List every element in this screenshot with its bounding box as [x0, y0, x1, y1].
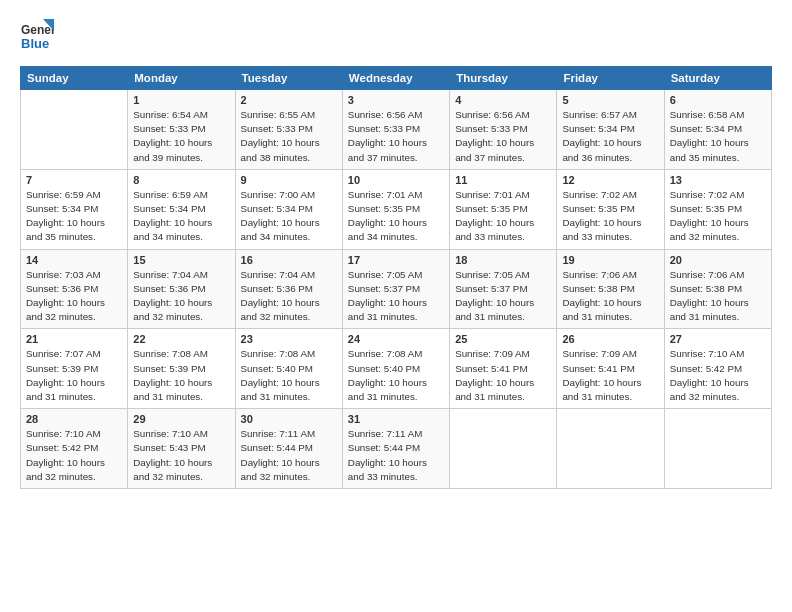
day-number: 25 [455, 333, 551, 345]
calendar-table: SundayMondayTuesdayWednesdayThursdayFrid… [20, 66, 772, 489]
col-header-tuesday: Tuesday [235, 67, 342, 90]
calendar-cell: 17Sunrise: 7:05 AM Sunset: 5:37 PM Dayli… [342, 249, 449, 329]
calendar-cell: 7Sunrise: 6:59 AM Sunset: 5:34 PM Daylig… [21, 169, 128, 249]
day-number: 28 [26, 413, 122, 425]
day-number: 21 [26, 333, 122, 345]
day-info: Sunrise: 6:59 AM Sunset: 5:34 PM Dayligh… [133, 188, 229, 245]
calendar-cell: 25Sunrise: 7:09 AM Sunset: 5:41 PM Dayli… [450, 329, 557, 409]
week-row-1: 1Sunrise: 6:54 AM Sunset: 5:33 PM Daylig… [21, 90, 772, 170]
day-info: Sunrise: 6:59 AM Sunset: 5:34 PM Dayligh… [26, 188, 122, 245]
day-number: 9 [241, 174, 337, 186]
day-info: Sunrise: 6:55 AM Sunset: 5:33 PM Dayligh… [241, 108, 337, 165]
col-header-monday: Monday [128, 67, 235, 90]
calendar-cell [557, 409, 664, 489]
week-row-2: 7Sunrise: 6:59 AM Sunset: 5:34 PM Daylig… [21, 169, 772, 249]
day-number: 31 [348, 413, 444, 425]
day-number: 15 [133, 254, 229, 266]
calendar-cell: 10Sunrise: 7:01 AM Sunset: 5:35 PM Dayli… [342, 169, 449, 249]
day-info: Sunrise: 7:10 AM Sunset: 5:42 PM Dayligh… [670, 347, 766, 404]
calendar-cell: 12Sunrise: 7:02 AM Sunset: 5:35 PM Dayli… [557, 169, 664, 249]
calendar-cell: 16Sunrise: 7:04 AM Sunset: 5:36 PM Dayli… [235, 249, 342, 329]
day-number: 12 [562, 174, 658, 186]
day-number: 29 [133, 413, 229, 425]
day-number: 10 [348, 174, 444, 186]
day-number: 18 [455, 254, 551, 266]
day-info: Sunrise: 7:08 AM Sunset: 5:40 PM Dayligh… [241, 347, 337, 404]
calendar-cell: 31Sunrise: 7:11 AM Sunset: 5:44 PM Dayli… [342, 409, 449, 489]
day-number: 5 [562, 94, 658, 106]
calendar-cell: 20Sunrise: 7:06 AM Sunset: 5:38 PM Dayli… [664, 249, 771, 329]
day-info: Sunrise: 7:10 AM Sunset: 5:42 PM Dayligh… [26, 427, 122, 484]
day-info: Sunrise: 6:57 AM Sunset: 5:34 PM Dayligh… [562, 108, 658, 165]
col-header-sunday: Sunday [21, 67, 128, 90]
day-number: 3 [348, 94, 444, 106]
day-info: Sunrise: 7:08 AM Sunset: 5:39 PM Dayligh… [133, 347, 229, 404]
day-number: 2 [241, 94, 337, 106]
day-info: Sunrise: 7:11 AM Sunset: 5:44 PM Dayligh… [241, 427, 337, 484]
calendar-cell: 23Sunrise: 7:08 AM Sunset: 5:40 PM Dayli… [235, 329, 342, 409]
day-number: 11 [455, 174, 551, 186]
col-header-friday: Friday [557, 67, 664, 90]
calendar-cell: 21Sunrise: 7:07 AM Sunset: 5:39 PM Dayli… [21, 329, 128, 409]
day-info: Sunrise: 7:09 AM Sunset: 5:41 PM Dayligh… [562, 347, 658, 404]
day-number: 26 [562, 333, 658, 345]
calendar-cell: 29Sunrise: 7:10 AM Sunset: 5:43 PM Dayli… [128, 409, 235, 489]
logo-icon: GeneralBlue [20, 18, 54, 56]
calendar-cell [664, 409, 771, 489]
day-info: Sunrise: 7:01 AM Sunset: 5:35 PM Dayligh… [455, 188, 551, 245]
day-info: Sunrise: 7:02 AM Sunset: 5:35 PM Dayligh… [562, 188, 658, 245]
day-info: Sunrise: 7:00 AM Sunset: 5:34 PM Dayligh… [241, 188, 337, 245]
calendar-cell: 19Sunrise: 7:06 AM Sunset: 5:38 PM Dayli… [557, 249, 664, 329]
day-info: Sunrise: 7:06 AM Sunset: 5:38 PM Dayligh… [562, 268, 658, 325]
day-info: Sunrise: 7:07 AM Sunset: 5:39 PM Dayligh… [26, 347, 122, 404]
day-number: 1 [133, 94, 229, 106]
calendar-cell: 9Sunrise: 7:00 AM Sunset: 5:34 PM Daylig… [235, 169, 342, 249]
day-info: Sunrise: 6:56 AM Sunset: 5:33 PM Dayligh… [348, 108, 444, 165]
calendar-cell: 22Sunrise: 7:08 AM Sunset: 5:39 PM Dayli… [128, 329, 235, 409]
day-info: Sunrise: 7:08 AM Sunset: 5:40 PM Dayligh… [348, 347, 444, 404]
day-number: 16 [241, 254, 337, 266]
day-number: 8 [133, 174, 229, 186]
calendar-cell: 27Sunrise: 7:10 AM Sunset: 5:42 PM Dayli… [664, 329, 771, 409]
col-header-saturday: Saturday [664, 67, 771, 90]
logo: GeneralBlue [20, 18, 54, 56]
day-number: 20 [670, 254, 766, 266]
calendar-cell: 5Sunrise: 6:57 AM Sunset: 5:34 PM Daylig… [557, 90, 664, 170]
day-number: 14 [26, 254, 122, 266]
calendar-cell: 13Sunrise: 7:02 AM Sunset: 5:35 PM Dayli… [664, 169, 771, 249]
day-number: 7 [26, 174, 122, 186]
calendar-cell: 26Sunrise: 7:09 AM Sunset: 5:41 PM Dayli… [557, 329, 664, 409]
day-number: 24 [348, 333, 444, 345]
day-info: Sunrise: 6:56 AM Sunset: 5:33 PM Dayligh… [455, 108, 551, 165]
day-number: 23 [241, 333, 337, 345]
day-number: 4 [455, 94, 551, 106]
calendar-cell: 28Sunrise: 7:10 AM Sunset: 5:42 PM Dayli… [21, 409, 128, 489]
svg-text:Blue: Blue [21, 36, 49, 51]
calendar-cell: 15Sunrise: 7:04 AM Sunset: 5:36 PM Dayli… [128, 249, 235, 329]
day-info: Sunrise: 7:09 AM Sunset: 5:41 PM Dayligh… [455, 347, 551, 404]
week-row-4: 21Sunrise: 7:07 AM Sunset: 5:39 PM Dayli… [21, 329, 772, 409]
day-info: Sunrise: 7:04 AM Sunset: 5:36 PM Dayligh… [133, 268, 229, 325]
col-header-thursday: Thursday [450, 67, 557, 90]
calendar-cell: 2Sunrise: 6:55 AM Sunset: 5:33 PM Daylig… [235, 90, 342, 170]
calendar-cell: 14Sunrise: 7:03 AM Sunset: 5:36 PM Dayli… [21, 249, 128, 329]
day-info: Sunrise: 7:10 AM Sunset: 5:43 PM Dayligh… [133, 427, 229, 484]
calendar-cell: 30Sunrise: 7:11 AM Sunset: 5:44 PM Dayli… [235, 409, 342, 489]
day-number: 17 [348, 254, 444, 266]
day-info: Sunrise: 6:58 AM Sunset: 5:34 PM Dayligh… [670, 108, 766, 165]
page-header: GeneralBlue [20, 18, 772, 56]
calendar-cell: 1Sunrise: 6:54 AM Sunset: 5:33 PM Daylig… [128, 90, 235, 170]
calendar-header-row: SundayMondayTuesdayWednesdayThursdayFrid… [21, 67, 772, 90]
calendar-cell: 24Sunrise: 7:08 AM Sunset: 5:40 PM Dayli… [342, 329, 449, 409]
day-number: 19 [562, 254, 658, 266]
calendar-cell: 8Sunrise: 6:59 AM Sunset: 5:34 PM Daylig… [128, 169, 235, 249]
day-info: Sunrise: 6:54 AM Sunset: 5:33 PM Dayligh… [133, 108, 229, 165]
day-info: Sunrise: 7:03 AM Sunset: 5:36 PM Dayligh… [26, 268, 122, 325]
day-number: 22 [133, 333, 229, 345]
day-number: 27 [670, 333, 766, 345]
week-row-5: 28Sunrise: 7:10 AM Sunset: 5:42 PM Dayli… [21, 409, 772, 489]
day-info: Sunrise: 7:05 AM Sunset: 5:37 PM Dayligh… [455, 268, 551, 325]
calendar-cell [450, 409, 557, 489]
week-row-3: 14Sunrise: 7:03 AM Sunset: 5:36 PM Dayli… [21, 249, 772, 329]
calendar-cell: 11Sunrise: 7:01 AM Sunset: 5:35 PM Dayli… [450, 169, 557, 249]
